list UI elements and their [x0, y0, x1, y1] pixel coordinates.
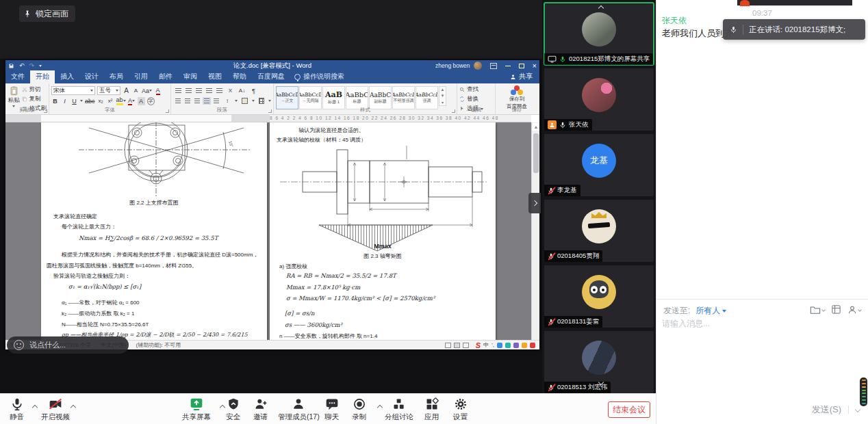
send-to-selector[interactable]: 所有人 [695, 305, 726, 317]
gear-icon [454, 397, 468, 411]
view-mode-icon [454, 343, 460, 348]
font-size-caret-icon [116, 90, 118, 92]
doc-formula: σ₁ = α₁√(k₂N/bρp) ≤ [σ₁] [68, 283, 141, 290]
doc-line: k₂ ——振动动力系数 取 k₂ = 1 [62, 310, 134, 317]
mic-icon [730, 25, 737, 34]
chat-button[interactable]: 聊天 [324, 397, 339, 422]
tell-me-search: 操作说明搜索 [294, 72, 344, 83]
quick-comment-bubble[interactable]: 说点什么... [7, 336, 129, 354]
apps-icon [425, 397, 439, 411]
chat-bubble-icon [325, 397, 339, 411]
comment-placeholder: 说点什么... [29, 340, 66, 350]
word-ribbon-tabs: 文件 开始 插入 设计 布局 引用 邮件 审阅 视图 帮助 百度网盘 操作说明搜… [5, 71, 539, 83]
sogou-logo-icon: S [476, 341, 481, 349]
participant-name: 张天依 [569, 120, 589, 129]
grow-font-button: A [123, 87, 130, 95]
avatar [582, 341, 616, 375]
style-no-spacing: AaBbCcD→无间隔 [299, 86, 322, 109]
participant-name: 02018215郑博文的屏幕共享 [569, 55, 650, 64]
tab-home: 开始 [30, 70, 55, 83]
pin-view-button[interactable]: 锁定画面 [19, 5, 75, 22]
start-video-button[interactable]: 开启视频 [41, 397, 70, 422]
chat-sender-name[interactable]: 张天依 [662, 15, 687, 27]
ime-chinese-icon: 中 [483, 341, 489, 349]
record-button[interactable]: 录制 [352, 397, 366, 422]
panel-scroll-up-icon[interactable] [598, 5, 604, 11]
clipboard-icon [9, 85, 19, 96]
word-quick-access: ↶ ↷ [8, 62, 42, 69]
chat-image-cropped[interactable] [737, 0, 852, 7]
status-accessibility: (辅助功能): 不可用 [136, 341, 181, 349]
screenshot-icon [831, 304, 841, 315]
shading-caret-icon [252, 100, 255, 102]
clipboard-group-label: 剪贴板 [5, 107, 49, 114]
speaking-toast-text: 正在讲话: 02018215郑博文; [749, 25, 845, 35]
send-button[interactable]: 发送(S) [812, 403, 841, 416]
invite-button[interactable]: 邀请 [253, 397, 268, 422]
sogou-ime-bar: S 中 ’, [476, 341, 535, 349]
participant-tile[interactable]: 张天依 [544, 68, 654, 131]
participant-tile[interactable]: 龙基 李龙基 [544, 134, 654, 196]
pin-view-label: 锁定画面 [36, 8, 68, 20]
chat-message-input[interactable] [662, 319, 860, 328]
settings-button[interactable]: 设置 [453, 397, 468, 422]
meeting-toolbar: 静音 开启视频 共享屏幕 安全 邀请 管理成员(17) 聊天 录制 分组讨论 应… [0, 393, 656, 424]
mention-button[interactable] [847, 305, 861, 315]
mic-on-icon [559, 55, 566, 64]
share-options-chevron[interactable] [220, 405, 225, 410]
security-button[interactable]: 安全 [226, 397, 240, 422]
participant-name: 02018405贯翔 [557, 252, 599, 261]
collapse-panel-handle[interactable] [528, 193, 541, 213]
file-button[interactable] [810, 305, 825, 315]
font-size-box: 五号 [97, 86, 120, 95]
end-meeting-button[interactable]: 结束会议 [608, 401, 650, 418]
paragraph-group-label: 段落 [171, 107, 273, 114]
breakout-rooms-button[interactable]: 分组讨论 [385, 397, 413, 422]
tab-help: 帮助 [227, 70, 252, 83]
participant-tile[interactable]: 02018131姜雷 [544, 265, 654, 328]
manage-members-button[interactable]: 管理成员(17) [278, 397, 320, 422]
character-shading-button: A [138, 97, 145, 105]
toolbar-label: 共享屏幕 [182, 412, 211, 422]
align-right-icon [194, 98, 200, 103]
doc-line: 圆柱形滚面与弧面线接触，接触宽度 b=140mm，材料 ZG55。 [47, 262, 197, 269]
screenshot-button[interactable] [831, 304, 841, 315]
toolbar-label: 安全 [226, 412, 240, 422]
folder-icon [810, 305, 821, 315]
share-screen-button[interactable]: 共享屏幕 [182, 397, 211, 422]
strikethrough-button: abc [85, 97, 95, 105]
participant-tile[interactable]: 02018405贯翔 [544, 200, 654, 262]
apps-button[interactable]: 应用 [424, 397, 439, 422]
font-color-button: A [128, 97, 136, 105]
numbered-list-icon [186, 88, 192, 93]
doc-line: α₁ ——常数，对于钢轮 α₁ = 600 [62, 299, 140, 306]
doc-line: 支承滚轮轴的校核（材料：45 调质） [277, 136, 366, 144]
pilcrow-icon: ¶ [250, 87, 257, 95]
participant-tile[interactable]: 02018215郑博文的屏幕共享 [544, 3, 654, 65]
minimize-icon [505, 66, 511, 66]
shrink-font-button: A [132, 87, 140, 95]
participant-tile[interactable]: 02018513 刘宏伟 [544, 331, 654, 393]
bold-button: B [51, 97, 59, 105]
tab-view: 视图 [203, 70, 227, 83]
send-options-chevron[interactable] [855, 407, 860, 412]
tab-layout: 布局 [104, 70, 129, 83]
doc-line: 支承滚轮直径确定 [53, 213, 97, 220]
video-options-chevron[interactable] [71, 405, 76, 410]
mic-on-icon [559, 121, 566, 129]
ribbon-group-editing: 查找 替换 选择 编辑 [457, 83, 496, 114]
record-options-chevron[interactable] [377, 405, 383, 410]
copy-icon [22, 96, 27, 102]
replace-icon [459, 96, 465, 102]
tab-mailings: 邮件 [153, 70, 178, 83]
mute-options-chevron[interactable] [32, 405, 38, 410]
smiley-icon [14, 340, 24, 350]
speaking-toast: 正在讲话: 02018215郑博文; [723, 19, 865, 40]
scrollbar-thumb [533, 133, 539, 173]
ime-keyboard-icon [505, 343, 511, 348]
participant-name: 李龙基 [557, 186, 577, 195]
mute-button[interactable]: 静音 [10, 397, 24, 422]
tab-design: 设计 [79, 70, 104, 83]
superscript-button: x² [107, 97, 114, 105]
editing-group-label: 编辑 [457, 107, 495, 114]
